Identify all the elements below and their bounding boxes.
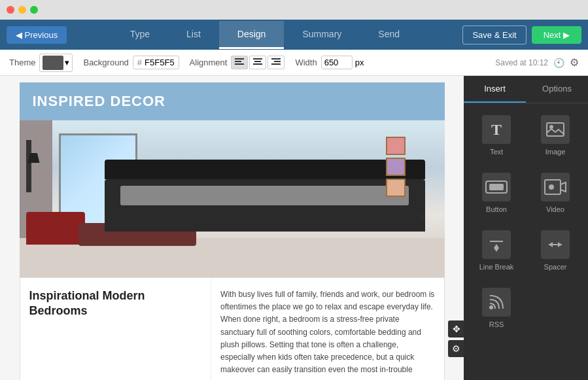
button-insert-label: Button: [486, 205, 507, 213]
row-actions: ✥ ⚙: [448, 320, 464, 357]
svg-marker-17: [494, 248, 499, 252]
svg-point-14: [549, 184, 554, 190]
tab-type[interactable]: Type: [112, 21, 168, 49]
hash-symbol: #: [137, 58, 142, 67]
video-insert-icon: [541, 173, 570, 201]
align-right-button[interactable]: [268, 56, 285, 69]
tab-summary[interactable]: Summary: [284, 21, 360, 49]
width-group: Width px: [295, 56, 364, 69]
bed-frame: [105, 179, 425, 232]
picture-frames: [386, 137, 406, 197]
svg-rect-12: [489, 184, 504, 190]
email-body-text: With busy lives full of family, friends …: [220, 290, 434, 380]
spacer-insert-icon: [541, 230, 570, 259]
background-group: Background # F5F5F5: [83, 56, 179, 69]
button-insert-icon: [482, 173, 511, 201]
linebreak-insert-label: Line Break: [479, 263, 514, 271]
linebreak-icon: [487, 235, 506, 254]
next-button[interactable]: Next ▶: [532, 26, 581, 44]
close-button[interactable]: [7, 6, 14, 14]
frame-2: [386, 158, 406, 176]
width-field[interactable]: [321, 56, 353, 69]
right-sidebar: Insert Options T Text Imag: [464, 76, 588, 380]
background-label: Background: [83, 58, 128, 67]
rss-insert-icon: [482, 288, 511, 317]
insert-button-item[interactable]: Button: [470, 167, 523, 218]
linebreak-insert-icon: [482, 230, 511, 259]
red-couch: [26, 212, 85, 245]
svg-point-21: [489, 305, 493, 309]
minimize-button[interactable]: [18, 6, 26, 14]
svg-marker-19: [549, 242, 553, 247]
bedroom-scene: ↖: [20, 120, 445, 277]
settings-button[interactable]: ⚙: [570, 56, 579, 69]
title-bar: [0, 0, 588, 20]
insert-spacer-item[interactable]: Spacer: [529, 225, 581, 276]
sidebar-tabs: Insert Options: [464, 76, 588, 103]
insert-text-item[interactable]: T Text: [470, 110, 523, 161]
theme-swatch: [43, 56, 63, 70]
alignment-label: Alignment: [190, 58, 228, 67]
svg-rect-9: [547, 123, 564, 136]
spacer-icon: [545, 235, 565, 254]
width-label: Width: [295, 58, 317, 67]
alignment-buttons: [231, 56, 285, 69]
image-insert-icon: [541, 115, 570, 144]
frame-1: [386, 137, 406, 155]
insert-image-item[interactable]: Image: [529, 110, 581, 161]
alignment-group: Alignment: [190, 56, 285, 69]
text-icon: T: [491, 121, 502, 139]
bed-headboard: [105, 160, 425, 179]
image-icon: [546, 122, 564, 137]
theme-dropdown[interactable]: ▾: [39, 54, 73, 72]
insert-linebreak-item[interactable]: Line Break: [470, 225, 523, 276]
email-body-title: Inspirational Modern Bedrooms: [29, 288, 202, 319]
text-insert-icon: T: [482, 115, 511, 144]
saved-info: Saved at 10:12 🕙 ⚙: [495, 56, 579, 69]
chevron-down-icon: ▾: [65, 58, 69, 67]
spacer-insert-label: Spacer: [544, 263, 567, 271]
email-body: Inspirational Modern Bedrooms With busy …: [20, 277, 445, 380]
nav-tabs: Type List Design Summary Send: [112, 21, 418, 49]
maximize-button[interactable]: [30, 6, 38, 14]
email-body-left: Inspirational Modern Bedrooms: [20, 278, 211, 380]
row-settings-button[interactable]: ⚙: [448, 340, 464, 357]
frame-3: [386, 179, 406, 197]
image-insert-label: Image: [545, 148, 566, 156]
email-header: INSPIRED DECOR: [20, 82, 445, 120]
main-area: INSPIRED DECOR: [0, 76, 588, 380]
rss-icon: [487, 293, 506, 311]
tab-design[interactable]: Design: [219, 21, 285, 49]
email-header-title: INSPIRED DECOR: [33, 93, 165, 109]
svg-marker-16: [494, 244, 499, 248]
rss-insert-label: RSS: [489, 320, 504, 328]
lamp-pole: [26, 140, 31, 192]
align-left-button[interactable]: [231, 56, 248, 69]
save-exit-button[interactable]: Save & Exit: [462, 26, 526, 44]
top-nav: ◀ Previous Type List Design Summary Send…: [0, 20, 588, 50]
saved-text: Saved at 10:12: [495, 58, 548, 67]
sidebar-content: T Text Image: [464, 103, 588, 340]
email-body-right: With busy lives full of family, friends …: [211, 278, 443, 380]
tab-options[interactable]: Options: [526, 76, 588, 103]
button-icon: [485, 181, 508, 194]
cursor-indicator: ↖: [419, 212, 425, 221]
background-color-input[interactable]: # F5F5F5: [133, 56, 179, 69]
text-insert-label: Text: [490, 148, 503, 156]
background-color-value: F5F5F5: [145, 58, 175, 67]
tab-list[interactable]: List: [168, 21, 219, 49]
insert-rss-item[interactable]: RSS: [470, 283, 523, 334]
bed-mattress: [120, 186, 409, 205]
canvas-area[interactable]: INSPIRED DECOR: [0, 76, 464, 380]
right-action-buttons: Save & Exit Next ▶: [462, 26, 581, 44]
tab-send[interactable]: Send: [360, 21, 418, 49]
tab-insert[interactable]: Insert: [464, 76, 526, 103]
prev-button[interactable]: ◀ Previous: [7, 26, 67, 44]
insert-video-item[interactable]: Video: [529, 167, 581, 218]
width-unit-label: px: [355, 58, 364, 67]
svg-marker-20: [558, 242, 562, 247]
move-row-button[interactable]: ✥: [448, 320, 464, 337]
email-hero-image[interactable]: ↖: [20, 120, 445, 277]
align-center-button[interactable]: [249, 56, 266, 69]
email-canvas: INSPIRED DECOR: [20, 82, 445, 380]
